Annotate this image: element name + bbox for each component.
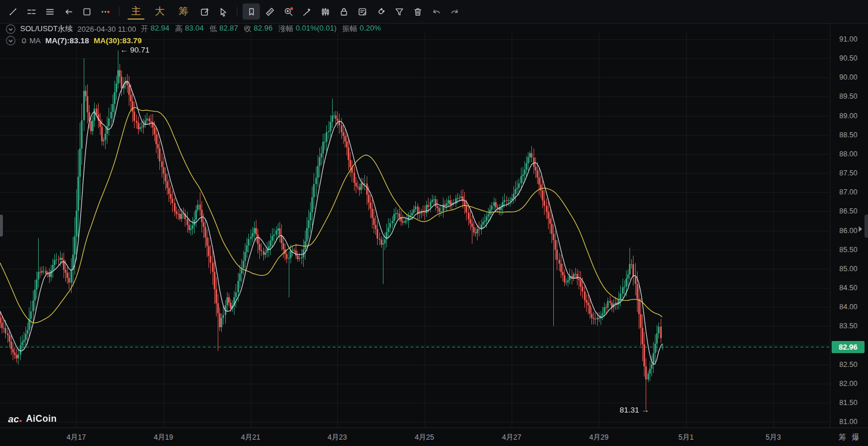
magnet-tool-icon[interactable] [372, 3, 389, 20]
time-tick-label: 4月19 [154, 433, 173, 443]
high-price-annotation: ← 90.71 [120, 46, 150, 54]
price-tick-label: 91.00 [830, 35, 866, 43]
zoom-tool-icon[interactable] [280, 3, 297, 20]
right-panel-expand-icon[interactable] [859, 226, 862, 232]
price-tick-label: 87.00 [830, 188, 866, 196]
field-value: 0.01%(0.01) [296, 24, 337, 34]
field-label: 低 [210, 24, 217, 34]
price-tick-label: 90.50 [830, 54, 866, 62]
field-value: 0.20% [360, 24, 381, 34]
field-value: 83.04 [185, 24, 204, 34]
price-tick-label: 85.50 [830, 246, 866, 254]
ohlc-field: 低82.87 [210, 24, 239, 34]
price-tick-label: 85.00 [830, 265, 866, 273]
price-tick-label: 84.50 [830, 284, 866, 292]
indicator-bar: MA MA(7):83.18 MA(30):83.79 [6, 35, 142, 46]
price-tick-label: 82.00 [830, 380, 866, 388]
time-tick-label: 4月25 [415, 433, 434, 443]
note-tool-icon[interactable] [353, 3, 371, 20]
bar-datetime: 2026-04-30 11:00 [77, 25, 136, 33]
time-tick-label: 4月23 [327, 433, 347, 443]
collapse-indicator-icon[interactable] [6, 36, 16, 46]
field-value: 82.96 [254, 24, 273, 34]
kline-settings-icon[interactable] [316, 3, 334, 20]
low-price-annotation: 81.31 → [620, 406, 649, 414]
redo-button-icon[interactable] [446, 3, 463, 20]
tab-large-chart[interactable]: 大 [151, 3, 168, 20]
filter-tool-icon[interactable] [390, 3, 408, 20]
ohlc-field: 高83.04 [175, 24, 204, 34]
undo-button-icon[interactable] [427, 3, 445, 20]
price-tick-label: 89.50 [830, 92, 866, 100]
field-label: 开 [141, 24, 148, 34]
rectangle-tool-icon[interactable] [78, 3, 95, 20]
ohlc-field: 涨幅0.01%(0.01) [278, 24, 337, 34]
aicoin-logo-text: AiCoin [26, 414, 57, 424]
price-tick-label: 90.00 [830, 73, 866, 81]
cursor-tool-icon[interactable] [214, 3, 232, 20]
ma30-value: MA(30):83.79 [94, 36, 141, 45]
field-value: 82.87 [219, 24, 239, 34]
ohlc-field: 振幅0.20% [342, 24, 381, 34]
ruler-tool-icon[interactable] [261, 3, 278, 20]
field-label: 收 [244, 24, 251, 34]
field-label: 振幅 [342, 24, 357, 34]
more-tools-icon[interactable] [96, 3, 114, 20]
trading-app: 主大筹 SOL/USDT永续 2026-04-30 11:00 开82.94高8… [0, 0, 868, 446]
time-tick-label: 5月3 [766, 433, 781, 443]
indicator-bell-icon [20, 37, 28, 44]
field-value: 82.94 [151, 24, 170, 34]
ohlc-field: 开82.94 [141, 24, 170, 34]
aicoin-logo-icon: ac [8, 413, 23, 425]
symbol-name: SOL/USDT永续 [20, 24, 73, 34]
time-axis[interactable]: 4月174月194月214月234月254月274月295月15月3 [0, 428, 830, 446]
lock-tool-icon[interactable] [335, 3, 352, 20]
price-tick-label: 88.50 [830, 131, 866, 139]
liquidation-toggle[interactable]: 爆 [852, 432, 859, 443]
edit-kline-tool-icon[interactable] [196, 3, 213, 20]
arrow-line-tool-icon[interactable] [59, 3, 77, 20]
time-tick-label: 5月1 [679, 433, 694, 443]
ohlc-field: 收82.96 [244, 24, 273, 34]
field-label: 涨幅 [278, 24, 293, 34]
trend-line-tool-icon[interactable] [4, 3, 21, 20]
ohlc-fields: 开82.94高83.04低82.87收82.96涨幅0.01%(0.01)振幅0… [141, 24, 381, 34]
current-price-badge: 82.96 [832, 341, 865, 353]
left-panel-handle[interactable] [0, 215, 3, 237]
drawing-toolbar: 主大筹 [0, 0, 868, 24]
right-panel-handle[interactable] [865, 215, 868, 238]
brush-tool-icon[interactable] [298, 3, 315, 20]
symbol-info-bar: SOL/USDT永续 2026-04-30 11:00 开82.94高83.04… [6, 24, 381, 34]
tab-chip-chart[interactable]: 筹 [175, 3, 192, 20]
price-tick-label: 87.50 [830, 169, 866, 177]
candlestick-chart[interactable] [0, 23, 830, 428]
field-label: 高 [175, 24, 182, 34]
time-tick-label: 4月29 [589, 433, 608, 443]
price-axis[interactable]: 91.0090.5090.0089.5089.0088.5088.0087.50… [830, 23, 868, 428]
tab-main-chart[interactable]: 主 [128, 3, 144, 20]
price-tick-label: 86.50 [830, 207, 866, 215]
time-tick-label: 4月17 [66, 433, 85, 443]
time-tick-label: 4月21 [241, 433, 260, 443]
drawing-list-icon[interactable] [41, 3, 58, 20]
corner-buttons: 筹爆 [830, 428, 868, 446]
toolbar-divider [237, 7, 237, 16]
price-tick-label: 81.50 [830, 399, 866, 407]
indicator-group-label: MA [29, 36, 41, 45]
aicoin-logo: ac AiCoin [8, 413, 57, 425]
ma7-value: MA(7):83.18 [46, 36, 90, 45]
price-tick-label: 88.00 [830, 150, 866, 158]
price-tick-label: 89.00 [830, 112, 866, 120]
chip-distribution-toggle[interactable]: 筹 [839, 432, 846, 443]
price-tick-label: 81.00 [830, 418, 866, 426]
price-tick-label: 82.50 [830, 361, 866, 369]
collapse-symbol-icon[interactable] [6, 24, 16, 34]
bookmark-tool-icon[interactable] [243, 3, 260, 20]
parallel-lines-tool-icon[interactable] [23, 3, 40, 20]
delete-tool-icon[interactable] [409, 3, 426, 20]
price-tick-label: 84.00 [830, 303, 866, 311]
svg-text:ac: ac [8, 414, 19, 425]
price-tick-label: 83.50 [830, 322, 866, 330]
toolbar-divider [119, 7, 120, 16]
time-tick-label: 4月27 [502, 433, 521, 443]
